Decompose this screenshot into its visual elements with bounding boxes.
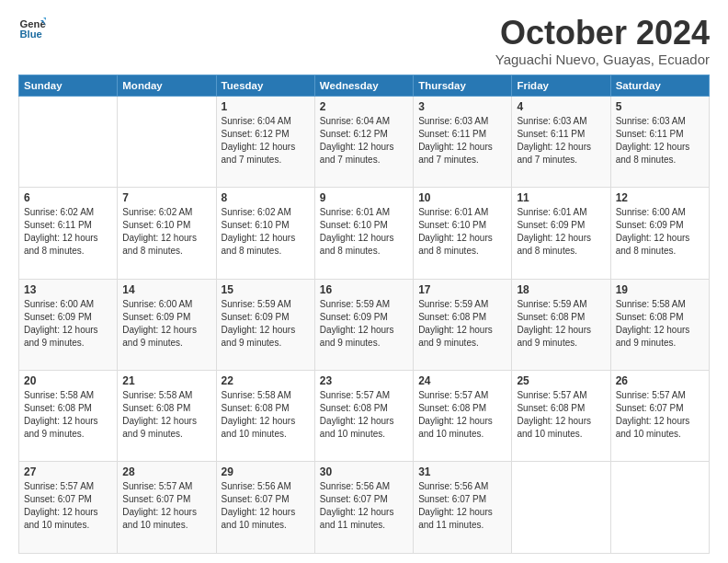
calendar-cell: 13Sunrise: 6:00 AMSunset: 6:09 PMDayligh… bbox=[19, 279, 118, 370]
day-header-tuesday: Tuesday bbox=[216, 75, 314, 96]
calendar-cell: 30Sunrise: 5:56 AMSunset: 6:07 PMDayligh… bbox=[314, 462, 413, 554]
day-detail: Sunrise: 5:57 AMSunset: 6:07 PMDaylight:… bbox=[122, 480, 210, 532]
calendar-cell: 5Sunrise: 6:03 AMSunset: 6:11 PMDaylight… bbox=[610, 96, 709, 187]
day-number: 10 bbox=[418, 191, 506, 204]
svg-text:General: General bbox=[20, 18, 47, 29]
day-number: 14 bbox=[122, 283, 210, 296]
day-number: 7 bbox=[122, 191, 210, 204]
page-header: General Blue October 2024 Yaguachi Nuevo… bbox=[18, 15, 710, 67]
day-detail: Sunrise: 6:02 AMSunset: 6:10 PMDaylight:… bbox=[222, 206, 310, 258]
day-header-monday: Monday bbox=[118, 75, 216, 96]
day-detail: Sunrise: 5:58 AMSunset: 6:08 PMDaylight:… bbox=[222, 389, 310, 441]
day-number: 30 bbox=[320, 465, 408, 478]
day-detail: Sunrise: 6:03 AMSunset: 6:11 PMDaylight:… bbox=[616, 115, 704, 167]
day-detail: Sunrise: 5:58 AMSunset: 6:08 PMDaylight:… bbox=[122, 389, 210, 441]
day-header-saturday: Saturday bbox=[610, 75, 709, 96]
day-number: 24 bbox=[418, 374, 506, 387]
day-number: 18 bbox=[517, 283, 605, 296]
logo-icon: General Blue bbox=[18, 15, 46, 42]
calendar-cell: 16Sunrise: 5:59 AMSunset: 6:09 PMDayligh… bbox=[314, 279, 413, 370]
calendar-cell bbox=[512, 462, 610, 554]
day-number: 6 bbox=[24, 191, 112, 204]
calendar-cell: 28Sunrise: 5:57 AMSunset: 6:07 PMDayligh… bbox=[118, 462, 216, 554]
calendar-week: 6Sunrise: 6:02 AMSunset: 6:11 PMDaylight… bbox=[19, 188, 710, 279]
day-number: 3 bbox=[418, 100, 506, 113]
day-number: 15 bbox=[222, 283, 310, 296]
day-number: 21 bbox=[122, 374, 210, 387]
day-detail: Sunrise: 5:58 AMSunset: 6:08 PMDaylight:… bbox=[24, 389, 112, 441]
calendar-cell bbox=[19, 96, 118, 187]
day-detail: Sunrise: 5:57 AMSunset: 6:07 PMDaylight:… bbox=[24, 480, 112, 532]
day-number: 25 bbox=[517, 374, 605, 387]
day-number: 16 bbox=[320, 283, 408, 296]
calendar-cell: 22Sunrise: 5:58 AMSunset: 6:08 PMDayligh… bbox=[216, 371, 314, 462]
calendar-cell: 18Sunrise: 5:59 AMSunset: 6:08 PMDayligh… bbox=[512, 279, 610, 370]
day-number: 2 bbox=[320, 100, 408, 113]
day-number: 22 bbox=[222, 374, 310, 387]
title-block: October 2024 Yaguachi Nuevo, Guayas, Ecu… bbox=[495, 15, 710, 67]
calendar-cell: 21Sunrise: 5:58 AMSunset: 6:08 PMDayligh… bbox=[118, 371, 216, 462]
calendar-cell: 1Sunrise: 6:04 AMSunset: 6:12 PMDaylight… bbox=[216, 96, 314, 187]
calendar-cell: 11Sunrise: 6:01 AMSunset: 6:09 PMDayligh… bbox=[512, 188, 610, 279]
day-detail: Sunrise: 6:01 AMSunset: 6:10 PMDaylight:… bbox=[320, 206, 408, 258]
day-detail: Sunrise: 6:03 AMSunset: 6:11 PMDaylight:… bbox=[517, 115, 605, 167]
day-detail: Sunrise: 5:59 AMSunset: 6:09 PMDaylight:… bbox=[222, 298, 310, 350]
day-number: 27 bbox=[24, 465, 112, 478]
day-detail: Sunrise: 6:00 AMSunset: 6:09 PMDaylight:… bbox=[616, 206, 704, 258]
day-number: 11 bbox=[517, 191, 605, 204]
day-number: 20 bbox=[24, 374, 112, 387]
day-number: 31 bbox=[418, 465, 506, 478]
day-header-sunday: Sunday bbox=[19, 75, 118, 96]
day-detail: Sunrise: 5:59 AMSunset: 6:08 PMDaylight:… bbox=[418, 298, 506, 350]
day-number: 1 bbox=[222, 100, 310, 113]
day-detail: Sunrise: 6:00 AMSunset: 6:09 PMDaylight:… bbox=[122, 298, 210, 350]
calendar-cell: 7Sunrise: 6:02 AMSunset: 6:10 PMDaylight… bbox=[118, 188, 216, 279]
calendar-cell: 2Sunrise: 6:04 AMSunset: 6:12 PMDaylight… bbox=[314, 96, 413, 187]
month-title: October 2024 bbox=[495, 15, 710, 52]
calendar: SundayMondayTuesdayWednesdayThursdayFrid… bbox=[18, 75, 710, 554]
day-number: 19 bbox=[616, 283, 704, 296]
day-detail: Sunrise: 5:58 AMSunset: 6:08 PMDaylight:… bbox=[616, 298, 704, 350]
calendar-cell: 20Sunrise: 5:58 AMSunset: 6:08 PMDayligh… bbox=[19, 371, 118, 462]
day-number: 17 bbox=[418, 283, 506, 296]
day-detail: Sunrise: 5:56 AMSunset: 6:07 PMDaylight:… bbox=[320, 480, 408, 532]
calendar-cell: 12Sunrise: 6:00 AMSunset: 6:09 PMDayligh… bbox=[610, 188, 709, 279]
calendar-week: 1Sunrise: 6:04 AMSunset: 6:12 PMDaylight… bbox=[19, 96, 710, 187]
calendar-cell: 3Sunrise: 6:03 AMSunset: 6:11 PMDaylight… bbox=[414, 96, 512, 187]
calendar-cell: 26Sunrise: 5:57 AMSunset: 6:07 PMDayligh… bbox=[610, 371, 709, 462]
day-detail: Sunrise: 5:57 AMSunset: 6:08 PMDaylight:… bbox=[320, 389, 408, 441]
calendar-week: 27Sunrise: 5:57 AMSunset: 6:07 PMDayligh… bbox=[19, 462, 710, 554]
day-number: 8 bbox=[222, 191, 310, 204]
day-number: 28 bbox=[122, 465, 210, 478]
calendar-week: 20Sunrise: 5:58 AMSunset: 6:08 PMDayligh… bbox=[19, 371, 710, 462]
day-number: 26 bbox=[616, 374, 704, 387]
calendar-cell bbox=[118, 96, 216, 187]
day-detail: Sunrise: 6:02 AMSunset: 6:10 PMDaylight:… bbox=[122, 206, 210, 258]
calendar-cell: 24Sunrise: 5:57 AMSunset: 6:08 PMDayligh… bbox=[414, 371, 512, 462]
day-detail: Sunrise: 6:03 AMSunset: 6:11 PMDaylight:… bbox=[418, 115, 506, 167]
day-detail: Sunrise: 6:01 AMSunset: 6:09 PMDaylight:… bbox=[517, 206, 605, 258]
day-detail: Sunrise: 6:02 AMSunset: 6:11 PMDaylight:… bbox=[24, 206, 112, 258]
day-detail: Sunrise: 6:04 AMSunset: 6:12 PMDaylight:… bbox=[222, 115, 310, 167]
day-detail: Sunrise: 5:57 AMSunset: 6:07 PMDaylight:… bbox=[616, 389, 704, 441]
calendar-cell: 19Sunrise: 5:58 AMSunset: 6:08 PMDayligh… bbox=[610, 279, 709, 370]
logo: General Blue bbox=[18, 15, 46, 42]
day-detail: Sunrise: 6:01 AMSunset: 6:10 PMDaylight:… bbox=[418, 206, 506, 258]
location: Yaguachi Nuevo, Guayas, Ecuador bbox=[495, 52, 710, 67]
calendar-cell: 6Sunrise: 6:02 AMSunset: 6:11 PMDaylight… bbox=[19, 188, 118, 279]
day-number: 9 bbox=[320, 191, 408, 204]
calendar-cell: 4Sunrise: 6:03 AMSunset: 6:11 PMDaylight… bbox=[512, 96, 610, 187]
day-header-wednesday: Wednesday bbox=[314, 75, 413, 96]
calendar-cell: 27Sunrise: 5:57 AMSunset: 6:07 PMDayligh… bbox=[19, 462, 118, 554]
svg-text:Blue: Blue bbox=[20, 29, 42, 40]
day-header-friday: Friday bbox=[512, 75, 610, 96]
calendar-cell: 10Sunrise: 6:01 AMSunset: 6:10 PMDayligh… bbox=[414, 188, 512, 279]
day-detail: Sunrise: 6:00 AMSunset: 6:09 PMDaylight:… bbox=[24, 298, 112, 350]
day-detail: Sunrise: 5:57 AMSunset: 6:08 PMDaylight:… bbox=[418, 389, 506, 441]
calendar-week: 13Sunrise: 6:00 AMSunset: 6:09 PMDayligh… bbox=[19, 279, 710, 370]
calendar-cell: 31Sunrise: 5:56 AMSunset: 6:07 PMDayligh… bbox=[414, 462, 512, 554]
calendar-header: SundayMondayTuesdayWednesdayThursdayFrid… bbox=[19, 75, 710, 96]
calendar-cell: 23Sunrise: 5:57 AMSunset: 6:08 PMDayligh… bbox=[314, 371, 413, 462]
calendar-cell: 25Sunrise: 5:57 AMSunset: 6:08 PMDayligh… bbox=[512, 371, 610, 462]
day-number: 23 bbox=[320, 374, 408, 387]
